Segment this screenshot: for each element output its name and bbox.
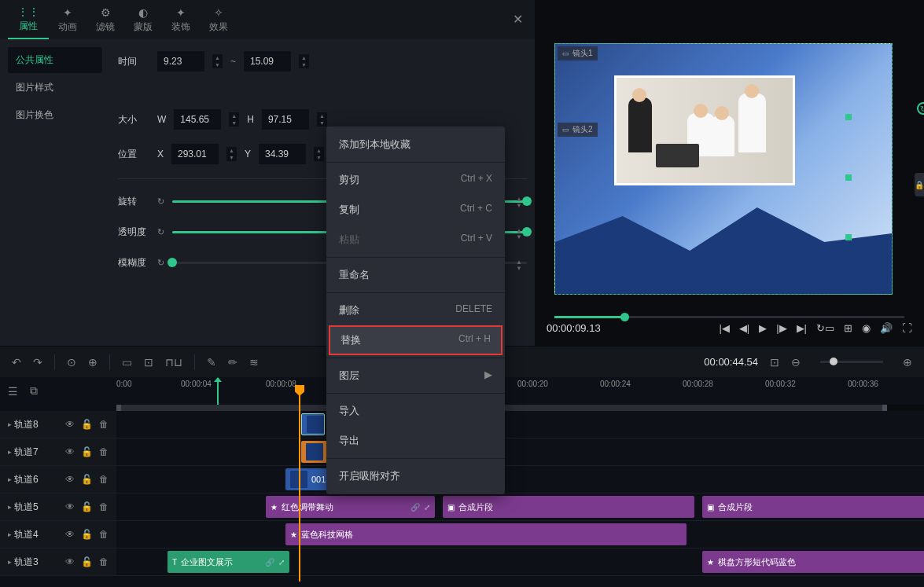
track-name[interactable]: 轨道5 [8, 501, 59, 514]
expand-icon[interactable]: ⤢ [424, 503, 430, 512]
crop-button[interactable]: ⊡ [144, 356, 153, 369]
delete-icon[interactable]: 🗑 [99, 529, 109, 540]
delete-icon[interactable]: 🗑 [99, 501, 109, 512]
lock-icon[interactable]: 🔓 [81, 474, 93, 485]
visibility-icon[interactable]: 👁 [65, 419, 75, 430]
timeline-clip[interactable]: ▣合成片段 [702, 496, 924, 518]
lock-icon[interactable]: 🔓 [81, 419, 93, 430]
menu-snap[interactable]: 开启吸附对齐 [326, 461, 505, 491]
menu-import[interactable]: 导入 [326, 396, 505, 426]
menu-rename[interactable]: 重命名 [326, 260, 505, 290]
step-back-button[interactable]: ◀| [739, 322, 749, 334]
prev-button[interactable]: |◀ [719, 322, 729, 334]
play-button[interactable]: ▶ [759, 322, 767, 334]
link-icon[interactable]: 🔗 [410, 503, 420, 512]
lock-icon[interactable]: 🔓 [81, 501, 93, 512]
timeline-clip[interactable]: ▣合成片段 [443, 496, 694, 518]
undo-button[interactable]: ↶ [12, 356, 21, 369]
track-content[interactable]: ★红色绸带舞动🔗⤢▣合成片段▣合成片段 [116, 493, 924, 520]
track-content[interactable]: T企业图文展示🔗⤢★棋盘方形短代码蓝色 [116, 548, 924, 575]
menu-delete[interactable]: 删除DELETE [326, 295, 505, 325]
time-start-input[interactable] [157, 51, 204, 72]
tab-effect[interactable]: ✧效果 [200, 2, 237, 39]
y-input[interactable] [259, 144, 306, 164]
tab-properties[interactable]: ⋮⋮属性 [8, 1, 49, 39]
panel-scroll-mid[interactable]: ▲▼ [516, 228, 527, 240]
visibility-icon[interactable]: 👁 [65, 446, 75, 457]
sidebar-item-color[interactable]: 图片换色 [8, 102, 102, 128]
visibility-icon[interactable]: 👁 [65, 556, 75, 567]
preview-canvas[interactable]: ▭镜头1 ▭镜头2 [554, 43, 893, 295]
timeline-clip[interactable]: ★棋盘方形短代码蓝色 [702, 551, 924, 573]
tab-decorate[interactable]: ✦装饰 [162, 2, 200, 39]
redo-button[interactable]: ↷ [33, 356, 42, 369]
sidebar-item-common[interactable]: 公共属性 [8, 47, 102, 73]
width-input[interactable] [174, 109, 221, 130]
time-end-input[interactable] [244, 51, 291, 72]
tab-mask[interactable]: ◐蒙版 [124, 2, 162, 39]
selected-image[interactable] [614, 75, 795, 185]
zoom-in-button[interactable]: ⊕ [903, 356, 912, 369]
reset-icon[interactable]: ↻ [157, 227, 164, 237]
fullscreen-button[interactable]: ⛶ [902, 322, 912, 334]
menu-export[interactable]: 导出 [326, 426, 505, 456]
track-content[interactable]: ★蓝色科技网格 [116, 521, 924, 548]
timeline-clip[interactable]: ★蓝色科技网格 [285, 523, 687, 545]
next-button[interactable]: ▶| [797, 322, 807, 334]
select-button[interactable]: ▭ [122, 356, 132, 369]
delete-icon[interactable]: 🗑 [99, 474, 109, 485]
link-icon[interactable]: 🔗 [265, 558, 274, 567]
track-copy-button[interactable]: ⧉ [30, 384, 38, 398]
resize-handle[interactable] [845, 174, 852, 181]
track-content[interactable] [116, 411, 924, 438]
grid-button[interactable]: ⊞ [844, 322, 852, 334]
visibility-icon[interactable]: 👁 [65, 501, 75, 512]
track-list-button[interactable]: ☰ [8, 385, 18, 398]
menu-replace[interactable]: 替换Ctrl + H [329, 325, 502, 355]
expand-icon[interactable]: ⤢ [278, 558, 285, 567]
text-button[interactable]: ✎ [207, 356, 216, 369]
loop-button[interactable]: ↻▭ [816, 322, 834, 334]
layers-button[interactable]: ≋ [249, 356, 259, 369]
width-spinner[interactable]: ▲▼ [229, 112, 239, 127]
track-content[interactable]: 001🔗⤢ [116, 466, 924, 493]
y-spinner[interactable]: ▲▼ [314, 147, 324, 161]
track-content[interactable]: 新 [116, 438, 924, 465]
split-button[interactable]: ⊓⊔ [165, 356, 182, 369]
target-button[interactable]: ⊕ [88, 356, 98, 369]
menu-copy[interactable]: 复制Ctrl + C [326, 195, 505, 225]
reset-icon[interactable]: ↻ [157, 196, 164, 207]
delete-icon[interactable]: 🗑 [99, 446, 109, 457]
volume-button[interactable]: 🔊 [880, 322, 893, 334]
zoom-out-button[interactable]: ⊖ [791, 356, 801, 369]
track-name[interactable]: 轨道3 [8, 556, 59, 569]
time-start-spinner[interactable]: ▲▼ [212, 54, 223, 68]
tab-animation[interactable]: ✦动画 [49, 2, 87, 39]
menu-add-favorite[interactable]: 添加到本地收藏 [326, 130, 505, 160]
menu-layer[interactable]: 图层▶ [326, 361, 505, 391]
loop-marker[interactable] [217, 381, 219, 405]
visibility-icon[interactable]: 👁 [65, 529, 75, 540]
lock-icon[interactable]: 🔓 [81, 446, 93, 457]
timeline-clip[interactable]: ★红色绸带舞动🔗⤢ [266, 496, 435, 518]
zoom-slider[interactable] [820, 361, 883, 363]
close-icon[interactable]: ✕ [513, 12, 523, 27]
timeline-clip[interactable] [301, 413, 325, 435]
x-spinner[interactable]: ▲▼ [226, 147, 237, 161]
resize-handle[interactable] [845, 114, 852, 120]
menu-cut[interactable]: 剪切Ctrl + X [326, 165, 505, 195]
panel-scroll-down[interactable]: ▲▼ [516, 259, 527, 272]
timeline-ruler[interactable]: 0:00 00:00:04 00:00:08 00:00:20 00:00:24… [116, 377, 924, 405]
edit-button[interactable]: ✏ [228, 356, 237, 369]
sidebar-item-style[interactable]: 图片样式 [8, 75, 102, 101]
track-name[interactable]: 轨道8 [8, 418, 59, 431]
delete-icon[interactable]: 🗑 [99, 419, 109, 430]
timeline-scrollbar[interactable] [116, 405, 924, 411]
lock-icon[interactable]: 🔓 [81, 529, 93, 540]
track-name[interactable]: 轨道6 [8, 473, 59, 486]
visibility-icon[interactable]: 👁 [65, 474, 75, 485]
track-name[interactable]: 轨道7 [8, 446, 59, 459]
tab-filter[interactable]: ⚙滤镜 [87, 2, 124, 39]
resize-handle[interactable] [845, 234, 852, 240]
snapshot-button[interactable]: ◉ [862, 322, 871, 334]
